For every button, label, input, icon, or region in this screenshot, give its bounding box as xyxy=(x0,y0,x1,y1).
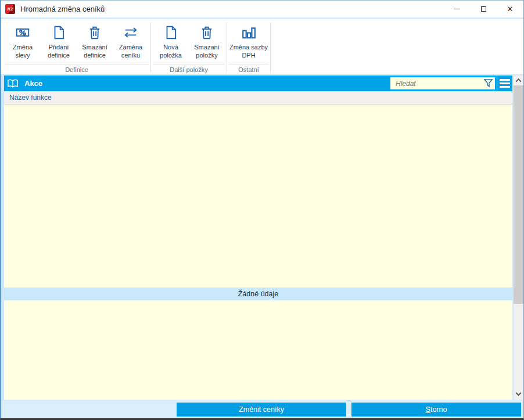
vertical-scrollbar[interactable] xyxy=(514,76,523,400)
new-document-icon xyxy=(51,24,66,41)
filter-funnel-icon[interactable] xyxy=(483,78,493,88)
panel-menu-button[interactable] xyxy=(497,76,512,91)
maximize-icon xyxy=(481,6,486,12)
k2-logo-icon: K2 xyxy=(5,4,15,14)
empty-data-banner: Žádné údaje xyxy=(4,288,512,300)
maximize-button[interactable] xyxy=(470,1,497,17)
scroll-down-button[interactable] xyxy=(514,390,523,400)
window-controls: ✕ xyxy=(443,1,523,17)
trash-icon xyxy=(87,24,102,41)
toolbar-group-label: Další položky xyxy=(153,64,225,73)
column-header-label: Název funkce xyxy=(9,94,52,102)
hamburger-icon xyxy=(500,82,510,84)
change-pricelists-button[interactable]: Změnit ceníky xyxy=(177,403,346,417)
toolbar-group-dalsi-polozky: Nová položka Smazaní položky Další polož… xyxy=(152,19,225,74)
toolbar-button-label: Změna slevy xyxy=(5,43,41,60)
trash-icon xyxy=(199,24,214,41)
footer-bar: Změnit ceníky Storno xyxy=(1,401,523,418)
toolbar-separator xyxy=(150,23,151,72)
empty-data-label: Žádné údaje xyxy=(238,290,279,298)
chevron-down-icon xyxy=(516,390,522,396)
search-box xyxy=(390,77,495,89)
scroll-up-button[interactable] xyxy=(514,76,523,85)
panel-header: Akce xyxy=(4,76,512,91)
toolbar-separator xyxy=(227,23,227,72)
change-vat-rate-button[interactable]: Změna sazby DPH xyxy=(229,21,268,62)
toolbar-group-ostatni: Změna sazby DPH Ostatní xyxy=(228,19,269,74)
toolbar-button-label: Smazání definice xyxy=(77,43,113,60)
cancel-accelerator: S xyxy=(426,405,430,414)
toolbar-button-label: Nová položka xyxy=(153,43,189,60)
cancel-button-label: torno xyxy=(430,405,447,414)
main-area: Akce Název funkce xyxy=(1,76,523,401)
swap-arrows-icon xyxy=(123,24,139,41)
actions-panel: Akce Název funkce xyxy=(4,76,512,400)
discount-percent-icon xyxy=(15,24,30,41)
panel-title: Akce xyxy=(24,79,42,88)
scrollbar-thumb[interactable] xyxy=(514,85,523,304)
toolbar-group-label: Ostatní xyxy=(229,64,268,73)
book-icon xyxy=(7,78,19,89)
scrollbar-track[interactable] xyxy=(514,304,523,390)
minimize-button[interactable] xyxy=(443,1,470,17)
toolbar-separator xyxy=(270,23,271,72)
toolbar-button-label: Záměna ceníku xyxy=(113,43,149,60)
add-definition-button[interactable]: Přidání definice xyxy=(41,21,77,62)
window-title: Hromadná změna ceníků xyxy=(20,5,105,13)
toolbar-button-label: Přidání definice xyxy=(41,43,77,60)
toolbar-button-label: Změna sazby DPH xyxy=(229,43,268,60)
title-bar: K2 Hromadná změna ceníků ✕ xyxy=(1,1,523,17)
confirm-button-label: Změnit ceníky xyxy=(239,405,284,414)
dialog-window: K2 Hromadná změna ceníků ✕ xyxy=(0,0,524,420)
change-discount-button[interactable]: Změna slevy xyxy=(5,21,41,62)
bar-chart-icon xyxy=(241,24,256,41)
hamburger-icon xyxy=(500,86,510,88)
new-item-button[interactable]: Nová položka xyxy=(153,21,189,62)
chevron-up-icon xyxy=(516,78,522,84)
ribbon-toolbar: Změna slevy Přidání definice xyxy=(1,19,523,74)
list-area-top xyxy=(4,105,512,288)
toolbar-group-definice: Změna slevy Přidání definice xyxy=(4,19,149,74)
toolbar-button-label: Smazaní položky xyxy=(189,43,225,60)
cancel-button[interactable]: Storno xyxy=(351,403,521,417)
delete-item-button[interactable]: Smazaní položky xyxy=(189,21,225,62)
list-area-bottom xyxy=(4,300,512,400)
toolbar-group-label: Definice xyxy=(5,64,149,73)
hamburger-icon xyxy=(500,79,510,81)
swap-pricelist-button[interactable]: Záměna ceníku xyxy=(113,21,149,62)
minimize-icon xyxy=(454,9,460,9)
close-button[interactable]: ✕ xyxy=(497,1,523,17)
search-input[interactable] xyxy=(394,79,483,88)
delete-definition-button[interactable]: Smazání definice xyxy=(77,21,113,62)
column-header-nazev-funkce[interactable]: Název funkce xyxy=(4,91,512,105)
new-document-icon xyxy=(163,24,178,41)
